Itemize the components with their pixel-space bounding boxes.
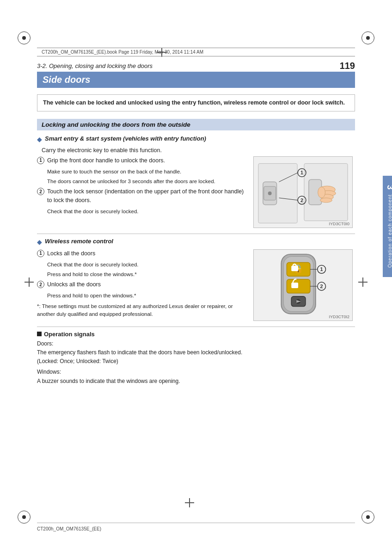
section-title: Side doors [43, 74, 90, 85]
op-signals-header: Operation signals [37, 331, 355, 338]
svg-rect-25 [291, 283, 298, 288]
svg-text:1: 1 [320, 266, 323, 272]
smart-entry-intro: Carry the electronic key to enable this … [42, 147, 162, 154]
wireless-item1-note2: Press and hold to close the windows.* [47, 271, 249, 278]
op-signals-title: Operation signals [44, 331, 95, 338]
op-signals-doors-sub: (Locked: Once; Unlocked: Twice) [37, 358, 118, 364]
main-content: Side doors The vehicle can be locked and… [37, 72, 355, 509]
wireless-item2-note: Press and hold to open the windows.* [47, 292, 249, 300]
smart-item1-note2: The doors cannot be unlocked for 3 secon… [47, 178, 249, 185]
wireless-text-col: 1 Locks all the doors Check that the doo… [37, 249, 249, 321]
op-signals-windows-label: Windows: [37, 368, 355, 376]
diamond-icon-smart: ◆ [37, 136, 42, 143]
num-1: 1 [37, 157, 44, 164]
reg-mark-bl [18, 511, 31, 524]
smart-entry-content: 1 Grip the front door handle to unlock t… [37, 156, 355, 228]
diamond-icon-wireless: ◆ [37, 238, 42, 246]
op-signals-windows-text: A buzzer sounds to indicate that the win… [37, 377, 355, 386]
bottom-footer: CT200h_OM_OM76135E_(EE) [37, 523, 355, 532]
intro-text: The vehicle can be locked and unlocked u… [43, 99, 345, 106]
subsection-title: Locking and unlocking the doors from the… [42, 121, 190, 128]
wireless-footnote: *: These settings must be customized at … [37, 302, 249, 319]
smart-entry-title: Smart entry & start system (vehicles wit… [45, 135, 206, 142]
wl-num-2: 2 [37, 281, 44, 288]
remote-image: 🔒 [253, 249, 353, 321]
book-reference: CT200h_OM_OM76135E_(EE).book Page 119 Fr… [42, 49, 203, 55]
smart-item-1: 1 Grip the front door handle to unlock t… [37, 156, 249, 165]
reg-mark-tr [361, 31, 374, 44]
svg-rect-23 [291, 265, 298, 271]
wireless-item1-note1: Check that the door is securely locked. [47, 261, 249, 269]
smart-item2-text: Touch the lock sensor (indentation on th… [47, 187, 249, 205]
right-tab: 3 Operation of each component [383, 176, 392, 277]
svg-rect-24 [287, 279, 310, 293]
top-meta-bar: CT200h_OM_OM76135E_(EE).book Page 119 Fr… [37, 48, 355, 56]
smart-item-2: 2 Touch the lock sensor (indentation on … [37, 187, 249, 205]
section-title-banner: Side doors [37, 72, 355, 88]
reg-mark-br [361, 511, 374, 524]
divider-1 [37, 234, 355, 234]
door-handle-image-col: 1 2 IYD3CT0I0 [253, 156, 355, 228]
door-handle-image: 1 2 IYD3CT0I0 [253, 156, 353, 228]
smart-item1-note1: Make sure to touch the sensor on the bac… [47, 168, 249, 176]
wireless-item-2: 2 Unlocks all the doors [37, 280, 249, 289]
wireless-item1-text: Locks all the doors [47, 249, 95, 258]
wireless-content: 1 Locks all the doors Check that the doo… [37, 249, 355, 321]
op-signals-body: Doors: The emergency flashers flash to i… [37, 339, 355, 386]
remote-caption: IYD3CT0I2 [329, 314, 349, 319]
chapter-title: 3-2. Opening, closing and locking the do… [37, 62, 153, 69]
cross-mark-right [358, 278, 368, 287]
svg-point-10 [320, 198, 332, 203]
svg-point-11 [318, 187, 325, 198]
black-square-icon [37, 332, 42, 336]
page-number: 119 [340, 61, 355, 71]
op-signals-doors-text: The emergency flashers flash to indicate… [37, 348, 355, 366]
svg-text:1: 1 [300, 170, 303, 175]
wireless-title: Wireless remote control [45, 238, 113, 245]
wl-num-1: 1 [37, 250, 44, 257]
door-handle-caption: IYD3CT0I0 [329, 222, 349, 226]
op-signals-doors-label: Doors: [37, 339, 355, 348]
smart-item2-note: Check that the door is securely locked. [47, 208, 249, 216]
footer-text: CT200h_OM_OM76135E_(EE) [37, 526, 101, 531]
cross-mark-left [24, 278, 34, 287]
reg-mark-tl [18, 31, 31, 44]
subsection-header: Locking and unlocking the doors from the… [37, 119, 355, 130]
num-2: 2 [37, 188, 44, 195]
svg-text:2: 2 [320, 284, 323, 289]
door-handle-svg: 1 2 [254, 156, 352, 228]
svg-point-4 [268, 191, 272, 195]
wireless-item2-text: Unlocks all the doors [47, 280, 101, 289]
wireless-heading: ◆ Wireless remote control [37, 238, 355, 246]
divider-2 [37, 327, 355, 327]
remote-image-col: 🔒 [253, 249, 355, 321]
smart-entry-heading: ◆ Smart entry & start system (vehicles w… [37, 135, 355, 143]
svg-text:2: 2 [300, 197, 303, 203]
right-tab-text: Operation of each component [387, 194, 392, 268]
intro-box: The vehicle can be locked and unlocked u… [37, 94, 355, 111]
remote-svg: 🔒 [254, 249, 352, 321]
wireless-item-1: 1 Locks all the doors [37, 249, 249, 258]
smart-entry-text-col: 1 Grip the front door handle to unlock t… [37, 156, 249, 228]
smart-item1-text: Grip the front door handle to unlock the… [47, 156, 165, 165]
right-tab-number: 3 [385, 185, 392, 190]
